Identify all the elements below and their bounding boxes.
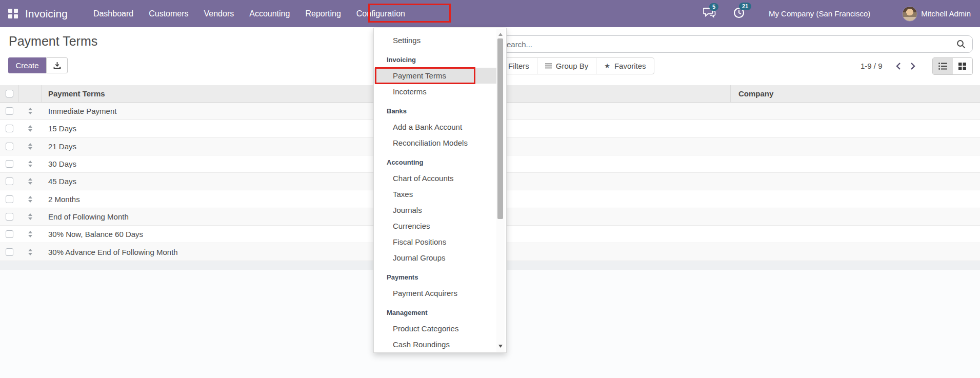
kanban-view-button[interactable] bbox=[953, 58, 973, 74]
row-drag-handle-icon[interactable] bbox=[28, 125, 32, 132]
row-cell-handle bbox=[19, 155, 42, 172]
row-cell-handle bbox=[19, 243, 42, 260]
menu-section-banks: Banks bbox=[374, 103, 506, 119]
list-view-button[interactable] bbox=[933, 58, 953, 74]
triangle-down bbox=[28, 165, 32, 167]
row-drag-handle-icon[interactable] bbox=[28, 249, 32, 255]
nav-item-dashboard[interactable]: Dashboard bbox=[86, 0, 141, 27]
row-checkbox[interactable] bbox=[6, 230, 13, 238]
triangle-up bbox=[28, 196, 32, 198]
menu-item-cash-roundings[interactable]: Cash Roundings bbox=[374, 336, 497, 352]
triangle-up bbox=[28, 143, 32, 146]
triangle-down bbox=[28, 217, 32, 220]
export-button[interactable] bbox=[46, 57, 68, 73]
row-checkbox[interactable] bbox=[6, 160, 13, 168]
triangle-up bbox=[28, 213, 32, 216]
row-checkbox[interactable] bbox=[6, 248, 13, 256]
pager-next-button[interactable] bbox=[906, 62, 921, 70]
menu-item-fiscal-positions[interactable]: Fiscal Positions bbox=[374, 234, 497, 250]
app-brand[interactable]: Invoicing bbox=[25, 8, 68, 20]
row-drag-handle-icon[interactable] bbox=[28, 213, 32, 220]
scrollbar-thumb[interactable] bbox=[497, 38, 503, 219]
row-checkbox[interactable] bbox=[6, 143, 13, 150]
row-cell-handle bbox=[19, 173, 42, 190]
nav-item-customers[interactable]: Customers bbox=[141, 0, 196, 27]
view-switcher bbox=[932, 57, 973, 75]
triangle-up bbox=[28, 249, 32, 251]
menu-item-product-categories[interactable]: Product Categories bbox=[374, 321, 497, 336]
menu-item-journal-groups[interactable]: Journal Groups bbox=[374, 250, 497, 266]
nav-item-reporting[interactable]: Reporting bbox=[297, 0, 348, 27]
apps-grid-square bbox=[8, 14, 12, 18]
create-button[interactable]: Create bbox=[8, 57, 46, 73]
search-input[interactable] bbox=[499, 40, 956, 49]
activities-count-badge: 21 bbox=[739, 3, 751, 10]
menu-item-currencies[interactable]: Currencies bbox=[374, 218, 497, 234]
row-cell-select bbox=[0, 173, 19, 190]
menu-item-journals[interactable]: Journals bbox=[374, 202, 497, 218]
chevron-left-icon bbox=[895, 62, 901, 70]
select-all-checkbox[interactable] bbox=[6, 90, 13, 97]
group-by-button[interactable]: Group By bbox=[537, 58, 596, 74]
row-checkbox[interactable] bbox=[6, 107, 13, 115]
menu-section-payments: Payments bbox=[374, 269, 506, 285]
user-menu[interactable]: Mitchell Admin bbox=[921, 9, 971, 18]
row-cell-select bbox=[0, 208, 19, 225]
row-cell-select bbox=[0, 138, 19, 155]
scroll-down-arrow-icon[interactable] bbox=[498, 345, 503, 348]
triangle-up bbox=[28, 231, 32, 233]
menu-item-payment-terms[interactable]: Payment Terms bbox=[374, 68, 497, 84]
row-drag-handle-icon[interactable] bbox=[28, 143, 32, 150]
menu-item-payment-acquirers[interactable]: Payment Acquirers bbox=[374, 285, 497, 301]
messages-button[interactable]: 5 bbox=[703, 7, 716, 21]
activities-button[interactable]: 21 bbox=[733, 7, 745, 21]
search-icon[interactable] bbox=[956, 39, 966, 49]
download-icon bbox=[53, 62, 61, 69]
scroll-up-arrow-icon[interactable] bbox=[498, 33, 503, 36]
nav-item-accounting[interactable]: Accounting bbox=[242, 0, 297, 27]
pager-range: 1-9 / 9 bbox=[861, 62, 883, 70]
menu-item-incoterms[interactable]: Incoterms bbox=[374, 84, 497, 100]
triangle-up bbox=[28, 125, 32, 128]
row-cell-select bbox=[0, 190, 19, 207]
triangle-up bbox=[28, 108, 32, 110]
triangle-down bbox=[28, 112, 32, 114]
row-drag-handle-icon[interactable] bbox=[28, 161, 32, 167]
search-options-bar: Filters Group By ★ Favorites bbox=[500, 57, 654, 74]
triangle-up bbox=[28, 161, 32, 163]
row-checkbox[interactable] bbox=[6, 195, 13, 203]
pager-previous-button[interactable] bbox=[891, 62, 906, 70]
row-drag-handle-icon[interactable] bbox=[28, 231, 32, 237]
row-checkbox[interactable] bbox=[6, 125, 13, 132]
triangle-down bbox=[28, 182, 32, 185]
column-header-company[interactable]: Company bbox=[731, 85, 980, 102]
header-cell-select bbox=[0, 85, 19, 102]
nav-item-configuration[interactable]: Configuration bbox=[349, 0, 413, 27]
configuration-dropdown-menu: SettingsInvoicingPayment TermsIncotermsB… bbox=[373, 28, 507, 353]
row-checkbox[interactable] bbox=[6, 177, 13, 185]
row-checkbox[interactable] bbox=[6, 213, 13, 221]
topbar-right: 5 21 My Company (San Francisco) Mitchell… bbox=[703, 6, 980, 22]
row-drag-handle-icon[interactable] bbox=[28, 196, 32, 203]
row-drag-handle-icon[interactable] bbox=[28, 178, 32, 185]
filters-label: Filters bbox=[508, 62, 529, 70]
menu-item-chart-of-accounts[interactable]: Chart of Accounts bbox=[374, 170, 497, 186]
apps-grid-icon[interactable] bbox=[8, 9, 18, 18]
dropdown-scrollbar[interactable] bbox=[496, 29, 505, 352]
favorites-button[interactable]: ★ Favorites bbox=[596, 58, 653, 74]
apps-grid-square bbox=[8, 9, 12, 13]
menu-item-reconciliation-models[interactable]: Reconciliation Models bbox=[374, 135, 497, 151]
row-cell-company bbox=[731, 103, 980, 120]
menu-item-settings[interactable]: Settings bbox=[374, 32, 497, 48]
apps-grid-square bbox=[14, 14, 18, 18]
row-cell-company bbox=[731, 155, 980, 172]
pager: 1-9 / 9 bbox=[861, 57, 921, 74]
menu-item-add-a-bank-account[interactable]: Add a Bank Account bbox=[374, 119, 497, 135]
nav-item-vendors[interactable]: Vendors bbox=[196, 0, 242, 27]
row-drag-handle-icon[interactable] bbox=[28, 108, 32, 114]
user-avatar[interactable] bbox=[902, 6, 917, 22]
row-cell-select bbox=[0, 120, 19, 137]
menu-item-taxes[interactable]: Taxes bbox=[374, 186, 497, 202]
row-cell-company bbox=[731, 120, 980, 137]
company-switcher[interactable]: My Company (San Francisco) bbox=[769, 9, 870, 18]
